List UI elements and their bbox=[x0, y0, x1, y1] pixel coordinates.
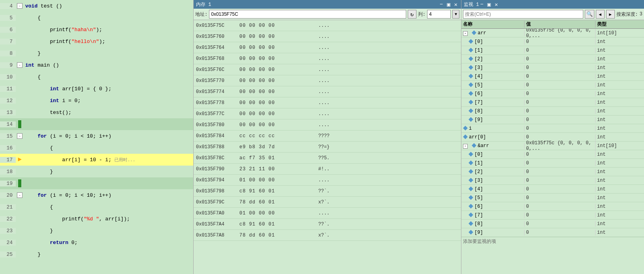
watch-row-arr-0[interactable]: [0] 0 int bbox=[461, 37, 644, 46]
watch-row-i[interactable]: i 0 int bbox=[461, 124, 644, 133]
mem-bytes-0: 00 00 00 00 bbox=[239, 23, 318, 28]
watch-title: 监视 1 bbox=[464, 1, 479, 8]
mem-bytes-6: 00 00 00 00 bbox=[239, 89, 318, 95]
mem-bytes-9: 00 00 00 00 bbox=[239, 122, 318, 128]
code-content-10: { bbox=[24, 74, 193, 80]
watch-value-addr-arr-0: 0 bbox=[525, 152, 595, 157]
collapse-btn-4[interactable]: - bbox=[17, 3, 22, 9]
watch-value-addr-arr-6: 0 bbox=[525, 204, 595, 209]
mem-addr-2: 0x0135F764 bbox=[196, 45, 239, 50]
watch-minimize-btn[interactable]: − bbox=[479, 1, 484, 8]
watch-row-addr-arr-7[interactable]: [7] 0 int bbox=[461, 211, 644, 220]
watch-value-addr-arr-9: 0 bbox=[525, 230, 595, 235]
i-icon bbox=[463, 126, 468, 130]
watch-row-arr-6[interactable]: [6] 0 int bbox=[461, 89, 644, 98]
mem-bytes-5: 00 00 00 00 bbox=[239, 78, 318, 84]
line-indicator-9: - bbox=[16, 62, 24, 68]
watch-row-addr-arr[interactable]: - &arr 0x0135f75c {0, 0, 0, 0, 0,... int… bbox=[461, 142, 644, 150]
addr-arr-0-icon bbox=[469, 152, 473, 157]
watch-row-addr-arr-8[interactable]: [8] 0 int bbox=[461, 220, 644, 228]
watch-type-arr-5: int bbox=[595, 82, 644, 88]
watch-value-i: 0 bbox=[525, 126, 595, 131]
arr-9-icon bbox=[469, 117, 473, 122]
watch-row-arr-8[interactable]: [8] 0 int bbox=[461, 107, 644, 116]
watch-row-addr-arr-1[interactable]: [1] 0 int bbox=[461, 159, 644, 168]
code-line-12: 12 int i = 0; bbox=[0, 95, 193, 106]
watch-name-addr-arr-7: [7] bbox=[461, 212, 525, 218]
mem-addr-1: 0x0135F760 bbox=[196, 34, 239, 39]
watch-col-value-header: 值 bbox=[525, 21, 595, 28]
address-refresh-btn[interactable]: ↻ bbox=[408, 10, 416, 19]
line-number-10: 10 bbox=[0, 74, 16, 80]
watch-close-btn[interactable]: ✕ bbox=[493, 1, 499, 8]
watch-name-addr-arr-3: [3] bbox=[461, 178, 525, 183]
col-arrow-btn[interactable]: ▼ bbox=[452, 10, 459, 19]
search-next-btn[interactable]: ▶ bbox=[606, 10, 615, 19]
code-content-12: int i = 0; bbox=[24, 98, 193, 104]
col-input[interactable] bbox=[427, 10, 451, 19]
code-content-9: int main () bbox=[24, 62, 193, 68]
mem-addr-15: 0x0135F798 bbox=[196, 188, 239, 194]
watch-add-row[interactable]: 添加要监视的项 bbox=[461, 237, 644, 246]
expand-icon-addr-arr[interactable]: - bbox=[463, 144, 468, 149]
watch-row-addr-arr-4[interactable]: [4] 0 int bbox=[461, 185, 644, 194]
mem-bytes-1: 00 00 00 00 bbox=[239, 34, 318, 39]
watch-row-addr-arr-6[interactable]: [6] 0 int bbox=[461, 202, 644, 211]
mem-chars-18: ??`. bbox=[318, 222, 330, 227]
memory-titlebar-buttons: − ▣ ✕ bbox=[439, 1, 459, 8]
code-content-23: } bbox=[24, 228, 193, 234]
memory-restore-btn[interactable]: ▣ bbox=[446, 1, 451, 8]
search-icon-btn[interactable]: 🔍 bbox=[585, 10, 594, 19]
mem-addr-7: 0x0135F778 bbox=[196, 100, 239, 106]
watch-row-arr-2[interactable]: [2] 0 int bbox=[461, 55, 644, 63]
collapse-btn-9[interactable]: - bbox=[17, 62, 22, 68]
watch-row-addr-arr-9[interactable]: [9] 0 int bbox=[461, 228, 644, 237]
watch-name-arr-6: [6] bbox=[461, 91, 525, 97]
code-line-6: 6 printf("haha\n"); bbox=[0, 24, 193, 35]
watch-row-addr-arr-3[interactable]: [3] 0 int bbox=[461, 176, 644, 185]
watch-restore-btn[interactable]: ▣ bbox=[486, 1, 492, 8]
watch-value-arr-1: 0 bbox=[525, 48, 595, 53]
addr-arr-4-icon bbox=[469, 186, 473, 191]
mem-bytes-7: 00 00 00 00 bbox=[239, 100, 318, 106]
mem-addr-3: 0x0135F768 bbox=[196, 56, 239, 62]
watch-type-addr-arr-8: int bbox=[595, 221, 644, 227]
line-number-5: 5 bbox=[0, 15, 16, 21]
line-indicator-19 bbox=[16, 179, 24, 187]
watch-name-arr-4: [4] bbox=[461, 74, 525, 79]
mem-row-17: 0x0135F7A001 00 00 00.... bbox=[194, 208, 461, 219]
watch-row-arr-5[interactable]: [5] 0 int bbox=[461, 81, 644, 89]
line-number-4: 4 bbox=[0, 3, 16, 9]
line-number-22: 22 bbox=[0, 216, 16, 222]
search-prev-btn[interactable]: ◀ bbox=[596, 10, 605, 19]
address-label: 地址: bbox=[195, 11, 207, 18]
memory-close-btn[interactable]: ✕ bbox=[453, 1, 459, 8]
line-number-21: 21 bbox=[0, 204, 16, 210]
watch-row-arr-9[interactable]: [9] 0 int bbox=[461, 116, 644, 124]
watch-row-addr-arr-5[interactable]: [5] 0 int bbox=[461, 194, 644, 202]
watch-row-arr-4[interactable]: [4] 0 int bbox=[461, 72, 644, 81]
code-content-21: { bbox=[24, 204, 193, 210]
mem-chars-1: .... bbox=[318, 34, 330, 39]
mem-row-8: 0x0135F77C00 00 00 00.... bbox=[194, 108, 461, 119]
collapse-btn-20[interactable]: - bbox=[17, 192, 22, 198]
watch-row-arr-7[interactable]: [7] 0 int bbox=[461, 98, 644, 107]
mem-addr-12: 0x0135F78C bbox=[196, 155, 239, 161]
watch-row-addr-arr-2[interactable]: [2] 0 int bbox=[461, 168, 644, 176]
arr-1-icon bbox=[469, 48, 473, 52]
watch-row-arr-1[interactable]: [1] 0 int bbox=[461, 46, 644, 55]
mem-addr-11: 0x0135F788 bbox=[196, 144, 239, 150]
watch-row-addr-arr-0[interactable]: [0] 0 int bbox=[461, 150, 644, 159]
expand-icon-arr[interactable]: - bbox=[463, 31, 468, 36]
address-input[interactable] bbox=[209, 10, 406, 19]
watch-row-arr-3[interactable]: [3] 0 int bbox=[461, 63, 644, 72]
memory-minimize-btn[interactable]: − bbox=[439, 1, 444, 8]
watch-row-arr[interactable]: - arr 0x0135f75c {0, 0, 0, 0, 0,... int[… bbox=[461, 29, 644, 37]
watch-search-input[interactable] bbox=[463, 10, 583, 19]
collapse-btn-15[interactable]: - bbox=[17, 133, 22, 139]
line-number-15: 15 bbox=[0, 133, 16, 139]
mem-chars-2: .... bbox=[318, 45, 330, 50]
mem-row-6: 0x0135F77400 00 00 00.... bbox=[194, 86, 461, 97]
watch-type-arr-9: int bbox=[595, 117, 644, 123]
watch-name-arr-5: [5] bbox=[461, 82, 525, 88]
